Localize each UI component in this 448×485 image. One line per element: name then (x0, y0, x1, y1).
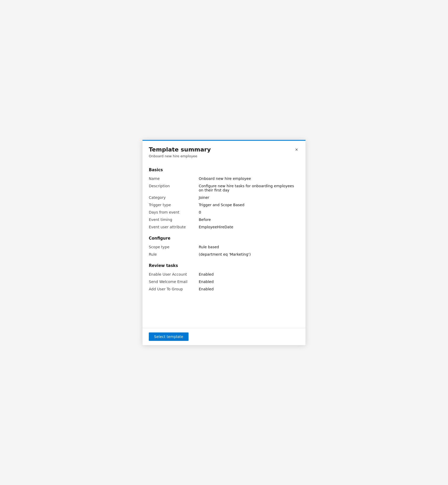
field-value-add-user-to-group: Enabled (199, 287, 299, 291)
field-value-category: Joiner (199, 195, 299, 200)
panel-subtitle: Onboard new hire employee (149, 154, 299, 158)
basics-heading: Basics (149, 168, 299, 172)
field-trigger-type: Trigger type Trigger and Scope Based (149, 201, 299, 209)
review-tasks-section: Review tasks Enable User Account Enabled… (149, 263, 299, 293)
field-label-scope-type: Scope type (149, 245, 199, 249)
panel-header: Template summary Onboard new hire employ… (142, 141, 306, 161)
configure-heading: Configure (149, 236, 299, 241)
field-label-days-from-event: Days from event (149, 210, 199, 214)
template-summary-panel: Template summary Onboard new hire employ… (142, 140, 306, 345)
close-button[interactable]: × (292, 145, 301, 154)
field-scope-type: Scope type Rule based (149, 243, 299, 251)
field-label-event-timing: Event timing (149, 218, 199, 222)
field-label-send-welcome-email: Send Welcome Email (149, 280, 199, 284)
field-add-user-to-group: Add User To Group Enabled (149, 285, 299, 293)
field-days-from-event: Days from event 0 (149, 209, 299, 216)
field-value-rule: (department eq 'Marketing') (199, 252, 299, 256)
field-label-event-user-attribute: Event user attribute (149, 225, 199, 229)
field-value-send-welcome-email: Enabled (199, 280, 299, 284)
field-label-rule: Rule (149, 252, 199, 256)
basics-section: Basics Name Onboard new hire employee De… (149, 168, 299, 231)
field-label-enable-user-account: Enable User Account (149, 272, 199, 276)
field-value-days-from-event: 0 (199, 210, 299, 214)
field-value-event-user-attribute: EmployeeHireDate (199, 225, 299, 229)
field-send-welcome-email: Send Welcome Email Enabled (149, 278, 299, 285)
field-label-description: Description (149, 184, 199, 192)
field-value-trigger-type: Trigger and Scope Based (199, 203, 299, 207)
field-value-scope-type: Rule based (199, 245, 299, 249)
field-value-name: Onboard new hire employee (199, 176, 299, 181)
panel-footer: Select template (142, 328, 306, 345)
field-label-category: Category (149, 195, 199, 200)
field-value-enable-user-account: Enabled (199, 272, 299, 276)
field-enable-user-account: Enable User Account Enabled (149, 271, 299, 278)
field-rule: Rule (department eq 'Marketing') (149, 251, 299, 258)
field-description: Description Configure new hire tasks for… (149, 182, 299, 194)
field-label-name: Name (149, 176, 199, 181)
select-template-button[interactable]: Select template (149, 332, 189, 341)
review-tasks-heading: Review tasks (149, 263, 299, 268)
field-category: Category Joiner (149, 194, 299, 201)
configure-section: Configure Scope type Rule based Rule (de… (149, 236, 299, 258)
field-value-description: Configure new hire tasks for onboarding … (199, 184, 299, 192)
field-name: Name Onboard new hire employee (149, 175, 299, 182)
panel-title: Template summary (149, 146, 299, 154)
panel-body: Basics Name Onboard new hire employee De… (142, 161, 306, 328)
field-label-trigger-type: Trigger type (149, 203, 199, 207)
field-value-event-timing: Before (199, 218, 299, 222)
field-event-user-attribute: Event user attribute EmployeeHireDate (149, 223, 299, 231)
field-event-timing: Event timing Before (149, 216, 299, 223)
field-label-add-user-to-group: Add User To Group (149, 287, 199, 291)
